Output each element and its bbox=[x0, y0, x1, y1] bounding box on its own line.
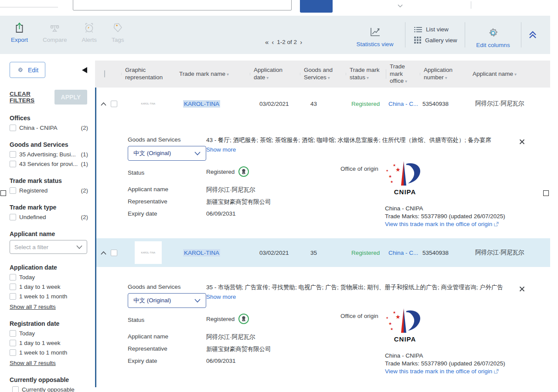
statistics-view-button[interactable]: Statistics view bbox=[347, 27, 403, 47]
collapse-sidebar-icon[interactable] bbox=[82, 67, 87, 73]
column-header-application-date[interactable]: Application date▾ bbox=[250, 67, 300, 81]
filter-item: 43 Services for provi... (1) bbox=[10, 161, 88, 167]
class-cell: 35 bbox=[300, 250, 346, 256]
export-label: Export bbox=[11, 37, 28, 43]
applicant-value: 阿得尔江·阿尼瓦尔 bbox=[206, 333, 255, 341]
pagination-first-button[interactable]: « bbox=[265, 38, 269, 46]
expiry-label: Expiry date bbox=[128, 210, 157, 217]
checkbox[interactable] bbox=[10, 125, 16, 131]
row-checkbox[interactable] bbox=[111, 101, 117, 107]
table-header-row: Graphic representation Trade mark name▾ … bbox=[95, 61, 550, 88]
apply-button[interactable]: APPLY bbox=[54, 90, 87, 105]
language-select[interactable]: 中文 (Original) bbox=[128, 146, 206, 161]
search-button[interactable] bbox=[300, 0, 333, 13]
list-view-label: List view bbox=[426, 26, 449, 33]
edit-filters-button[interactable]: Edit bbox=[10, 62, 45, 78]
sort-icon: ▾ bbox=[367, 75, 369, 80]
view-in-office-link[interactable]: View this trade mark in the office of or… bbox=[385, 221, 499, 227]
row-checkbox[interactable] bbox=[111, 250, 117, 256]
column-header-office[interactable]: Trade mark office▾ bbox=[386, 63, 420, 85]
checkbox[interactable] bbox=[10, 340, 16, 346]
show-all-link[interactable]: Show all 7 results bbox=[10, 360, 56, 366]
select-all-checkbox[interactable] bbox=[104, 70, 105, 78]
trademark-name-link[interactable]: KAROL-TINA bbox=[183, 249, 220, 257]
compare-icon bbox=[49, 22, 61, 34]
alerts-button[interactable]: Alerts bbox=[82, 22, 97, 43]
sort-icon: ▾ bbox=[445, 75, 447, 80]
close-detail-button[interactable] bbox=[517, 284, 527, 295]
filter-group-registration-date: Registration date Today 1 day to 1 week … bbox=[10, 320, 88, 366]
filter-item: Currently opposable bbox=[10, 386, 88, 392]
collapse-row-icon[interactable] bbox=[100, 102, 107, 106]
filter-group-goods: Goods and Services 35 Advertising; Busi.… bbox=[10, 141, 88, 167]
office-link[interactable]: China - C... bbox=[386, 101, 420, 107]
edit-columns-button[interactable]: Edit columns bbox=[467, 26, 519, 48]
class-cell: 43 bbox=[300, 101, 346, 107]
checkbox[interactable] bbox=[10, 284, 16, 290]
view-in-office-link[interactable]: View this trade mark in the office of or… bbox=[385, 368, 499, 375]
origin-office-name: China - CNIPA bbox=[385, 352, 423, 359]
gallery-view-button[interactable]: Gallery view bbox=[414, 37, 463, 44]
chrome-divider bbox=[0, 7, 58, 7]
expanded-detail-panel: Goods and Services 35 - 市场营销; 广告宣传; 寻找赞助… bbox=[96, 267, 550, 387]
show-more-link[interactable]: Show more bbox=[206, 146, 236, 153]
chrome-separator bbox=[471, 1, 471, 9]
filter-item: Undefined (2) bbox=[10, 214, 88, 220]
trademark-name-link[interactable]: KAROL-TINA bbox=[183, 100, 220, 108]
applicant-label: Applicant name bbox=[128, 186, 168, 193]
cnipa-logo-icon: ★ ★ ★ ★ ★ bbox=[383, 308, 427, 334]
filter-group-title: Trade mark type bbox=[10, 204, 88, 211]
collapse-row-icon[interactable] bbox=[100, 251, 107, 255]
checkbox[interactable] bbox=[10, 330, 16, 337]
origin-trademark-info: Trade Marks: 55377890 (updated 26/07/202… bbox=[385, 213, 505, 220]
language-select[interactable]: 中文 (Original) bbox=[128, 293, 206, 308]
trademark-image[interactable]: KAROL-TINA bbox=[135, 241, 162, 264]
checkbox[interactable] bbox=[10, 161, 16, 167]
clear-filters-link[interactable]: CLEAR FILTERS bbox=[10, 91, 54, 104]
filter-group-title: Applicant name bbox=[10, 230, 88, 237]
column-header-number[interactable]: Application number▾ bbox=[420, 67, 469, 81]
filter-count: (1) bbox=[81, 161, 88, 167]
cnipa-logo-text: CNIPA bbox=[379, 335, 431, 343]
checkbox[interactable] bbox=[10, 187, 16, 194]
show-all-link[interactable]: Show all 7 results bbox=[10, 304, 56, 310]
representative-value: 新疆宝财豪商贸有限公司 bbox=[206, 198, 271, 206]
checkbox[interactable] bbox=[10, 274, 16, 280]
applicant-filter-select[interactable]: Select a filter bbox=[10, 240, 87, 254]
filter-item: Today bbox=[10, 330, 88, 337]
trademark-image[interactable]: KAROL-TINA bbox=[135, 92, 162, 115]
office-link[interactable]: China - C... bbox=[386, 250, 420, 256]
show-more-link[interactable]: Show more bbox=[206, 294, 236, 300]
compare-button[interactable]: Compare bbox=[43, 22, 67, 43]
checkbox[interactable] bbox=[10, 214, 16, 220]
checkbox[interactable] bbox=[10, 349, 16, 356]
tags-icon bbox=[112, 22, 124, 34]
filter-item: 1 day to 1 week bbox=[10, 340, 88, 346]
filter-item: 1 day to 1 week bbox=[10, 284, 88, 290]
pagination-prev-button[interactable]: ‹ bbox=[272, 38, 274, 46]
column-header-name[interactable]: Trade mark name▾ bbox=[175, 71, 250, 78]
close-detail-button[interactable] bbox=[517, 137, 527, 148]
collapse-toolbar-button[interactable] bbox=[523, 30, 542, 39]
gallery-view-icon bbox=[414, 37, 421, 44]
tags-button[interactable]: Tags bbox=[112, 22, 124, 43]
language-value: 中文 (Original) bbox=[133, 149, 171, 157]
sort-icon: ▾ bbox=[266, 75, 269, 80]
checkbox[interactable] bbox=[10, 293, 16, 300]
cnipa-logo: ★ ★ ★ ★ ★ CNIPA bbox=[379, 160, 431, 196]
export-button[interactable]: Export bbox=[11, 22, 28, 43]
export-icon bbox=[14, 22, 25, 34]
table-row[interactable]: KAROL-TINA KAROL-TINA 03/02/2021 43 Regi… bbox=[96, 88, 550, 120]
column-header-goods[interactable]: Goods and Services▾ bbox=[300, 67, 346, 81]
expiry-value: 06/09/2031 bbox=[206, 358, 236, 364]
column-header-applicant[interactable]: Applicant name▾ bbox=[469, 71, 550, 78]
search-input[interactable] bbox=[73, 0, 292, 10]
close-icon bbox=[519, 286, 525, 292]
list-view-button[interactable]: List view bbox=[414, 26, 463, 33]
pagination-next-button[interactable]: › bbox=[300, 38, 302, 46]
checkbox[interactable] bbox=[10, 151, 16, 158]
checkbox[interactable] bbox=[12, 386, 19, 392]
close-icon bbox=[519, 139, 525, 145]
table-row-selected[interactable]: KAROL-TINA KAROL-TINA 03/02/2021 35 Regi… bbox=[96, 238, 550, 267]
column-header-status[interactable]: Trade mark status▾ bbox=[346, 67, 386, 81]
